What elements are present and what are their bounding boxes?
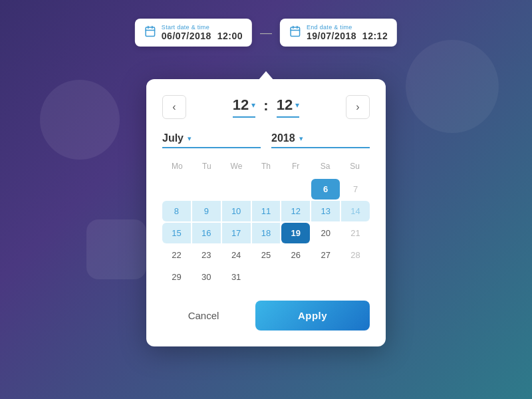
start-calendar-icon	[144, 25, 156, 40]
cal-day-26[interactable]: 26	[281, 245, 310, 265]
day-headers: Mo Tu We Th Fr Sa Su	[162, 159, 370, 174]
calendar-popup: ‹ 12 ▾ : 12 ▾ › July ▾ 2018 ▾	[146, 79, 386, 346]
calendar-grid: Mo Tu We Th Fr Sa Su 6 7 8 9 10 11 12 13…	[162, 159, 370, 287]
day-header-mo: Mo	[162, 159, 192, 174]
day-header-su: Su	[340, 159, 370, 174]
cal-day-8[interactable]: 8	[162, 201, 191, 221]
cal-day-6[interactable]: 6	[311, 179, 340, 200]
hour-value: 12	[233, 96, 249, 114]
cal-day-21[interactable]: 21	[341, 223, 370, 243]
end-date-field[interactable]: End date & time 19/07/2018 12:12	[280, 19, 397, 47]
start-date-label: Start date & time	[162, 24, 243, 31]
day-header-we: We	[221, 159, 251, 174]
time-selector: 12 ▾ : 12 ▾	[233, 96, 299, 118]
cal-day-20[interactable]: 20	[311, 223, 340, 243]
bg-decoration-circle-right	[406, 40, 499, 133]
cal-day-31[interactable]: 31	[222, 267, 251, 287]
minute-value: 12	[277, 96, 293, 114]
day-header-fr: Fr	[281, 159, 311, 174]
time-row: ‹ 12 ▾ : 12 ▾ ›	[162, 95, 370, 119]
hour-dropdown-icon[interactable]: ▾	[251, 100, 255, 110]
time-colon: :	[263, 97, 268, 117]
cal-day-29[interactable]: 29	[162, 267, 191, 287]
date-range-separator: —	[260, 26, 272, 40]
svg-rect-0	[146, 27, 155, 37]
cal-day-17[interactable]: 17	[222, 223, 251, 243]
month-dropdown-icon[interactable]: ▾	[188, 134, 192, 143]
bg-decoration-rect-left	[86, 219, 146, 279]
cal-day-13[interactable]: 13	[311, 201, 340, 221]
next-icon: ›	[356, 101, 359, 113]
cal-day-18[interactable]: 18	[252, 223, 281, 243]
prev-month-button[interactable]: ‹	[162, 95, 186, 119]
year-dropdown-icon[interactable]: ▾	[299, 134, 303, 143]
cal-day-22[interactable]: 22	[162, 245, 191, 265]
month-value: July	[162, 132, 184, 144]
cal-day-empty	[341, 267, 370, 287]
month-selector[interactable]: July ▾	[162, 132, 261, 148]
cal-day-11[interactable]: 11	[252, 201, 281, 221]
cal-day-15[interactable]: 15	[162, 223, 191, 243]
cal-day-24[interactable]: 24	[222, 245, 251, 265]
year-value: 2018	[271, 132, 295, 144]
cal-day-empty	[252, 267, 281, 287]
start-date-content: Start date & time 06/07/2018 12:00	[162, 24, 243, 41]
cal-day-10[interactable]: 10	[222, 201, 251, 221]
cal-day-16[interactable]: 16	[192, 223, 221, 243]
cal-day-7[interactable]: 7	[341, 179, 370, 200]
cal-day-empty	[252, 179, 281, 200]
year-selector[interactable]: 2018 ▾	[271, 132, 370, 148]
bg-decoration-circle-left	[40, 80, 120, 160]
minute-selector[interactable]: 12 ▾	[277, 96, 299, 118]
day-header-sa: Sa	[311, 159, 340, 174]
end-date-label: End date & time	[307, 24, 388, 31]
calendar-days: 6 7 8 9 10 11 12 13 14 15 16 17 18 19 20…	[162, 179, 370, 287]
cal-day-9[interactable]: 9	[192, 201, 221, 221]
svg-rect-4	[291, 27, 300, 37]
minute-dropdown-icon[interactable]: ▾	[295, 100, 299, 110]
cal-day-empty	[281, 179, 310, 200]
cal-day-empty	[192, 179, 221, 200]
cal-day-empty	[311, 267, 340, 287]
next-month-button[interactable]: ›	[346, 95, 370, 119]
day-header-th: Th	[251, 159, 281, 174]
cal-day-25[interactable]: 25	[252, 245, 281, 265]
cal-day-empty	[162, 179, 191, 200]
cal-day-empty	[222, 179, 251, 200]
cal-day-12[interactable]: 12	[281, 201, 310, 221]
cal-day-30[interactable]: 30	[192, 267, 221, 287]
cancel-button[interactable]: Cancel	[162, 301, 245, 331]
hour-selector[interactable]: 12 ▾	[233, 96, 255, 118]
start-date-value: 06/07/2018 12:00	[162, 31, 243, 41]
cal-day-27[interactable]: 27	[311, 245, 340, 265]
cal-day-14[interactable]: 14	[341, 201, 370, 221]
prev-icon: ‹	[172, 101, 176, 113]
apply-button[interactable]: Apply	[255, 301, 370, 331]
end-date-content: End date & time 19/07/2018 12:12	[307, 24, 388, 41]
date-range-header: Start date & time 06/07/2018 12:00 — End…	[135, 19, 397, 47]
end-date-value: 19/07/2018 12:12	[307, 31, 388, 41]
end-calendar-icon	[289, 25, 301, 40]
cal-day-23[interactable]: 23	[192, 245, 221, 265]
footer-row: Cancel Apply	[162, 301, 370, 331]
month-year-row: July ▾ 2018 ▾	[162, 132, 370, 148]
cal-day-19[interactable]: 19	[281, 223, 310, 243]
day-header-tu: Tu	[192, 159, 222, 174]
cal-day-28[interactable]: 28	[341, 245, 370, 265]
cal-day-empty	[281, 267, 310, 287]
start-date-field[interactable]: Start date & time 06/07/2018 12:00	[135, 19, 252, 47]
